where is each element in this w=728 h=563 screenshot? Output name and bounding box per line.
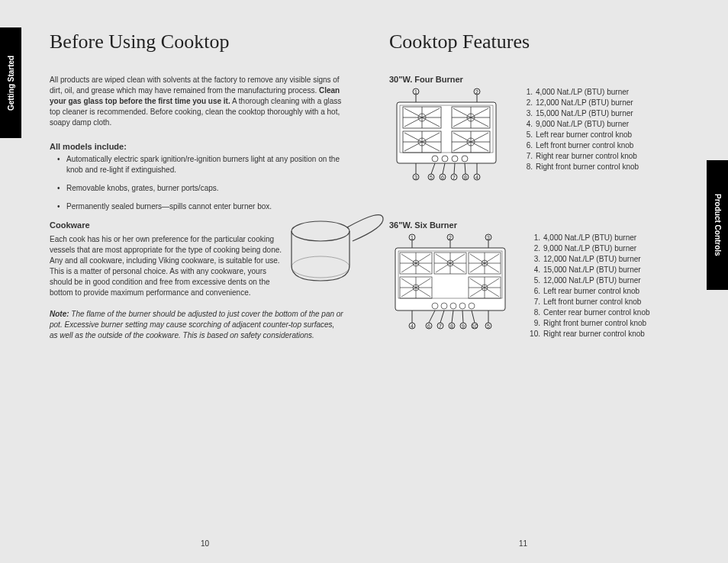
cookware-body: Each cook has his or her own preference … bbox=[50, 234, 286, 298]
svg-point-0 bbox=[292, 221, 350, 241]
svg-point-1 bbox=[292, 256, 350, 278]
legend-number: 9. bbox=[527, 318, 543, 329]
svg-text:4: 4 bbox=[411, 323, 414, 329]
svg-line-39 bbox=[465, 163, 465, 174]
legend-text: 4,000 Nat./LP (BTU) burner bbox=[536, 87, 629, 98]
page-numbers: 10 11 bbox=[0, 539, 728, 548]
legend-row: 2.9,000 Nat./LP (BTU) burner bbox=[527, 243, 650, 254]
legend-row: 4.15,000 Nat./LP (BTU) burner bbox=[527, 265, 650, 275]
six-burner-heading: 36"W. Six Burner bbox=[389, 220, 683, 230]
four-burner-section: 30"W. Four Burner 1 2 bbox=[389, 75, 683, 186]
svg-point-19 bbox=[442, 156, 448, 162]
left-page-number: 10 bbox=[0, 539, 364, 548]
legend-number: 3. bbox=[527, 254, 543, 265]
svg-text:7: 7 bbox=[439, 323, 442, 329]
legend-text: 4,000 Nat./LP (BTU) burner bbox=[543, 233, 636, 243]
svg-text:5: 5 bbox=[430, 175, 433, 180]
legend-row: 1.4,000 Nat./LP (BTU) burner bbox=[519, 87, 639, 98]
section-tab-getting-started: Getting Started bbox=[0, 27, 21, 138]
legend-number: 5. bbox=[527, 275, 543, 286]
svg-line-86 bbox=[472, 310, 475, 323]
svg-point-61 bbox=[432, 303, 438, 309]
svg-line-36 bbox=[431, 163, 435, 174]
svg-text:5: 5 bbox=[487, 323, 490, 329]
left-page: Before Using Cooktop All products are wi… bbox=[50, 31, 343, 374]
legend-text: Left rear burner control knob bbox=[536, 130, 632, 140]
cooktop-six-burner-diagram: 1 2 3 bbox=[389, 233, 511, 336]
svg-line-83 bbox=[440, 310, 444, 323]
svg-point-65 bbox=[469, 303, 475, 309]
svg-text:2: 2 bbox=[449, 235, 452, 240]
svg-line-82 bbox=[429, 310, 435, 323]
legend-number: 4. bbox=[527, 265, 543, 275]
legend-number: 10. bbox=[527, 329, 543, 339]
page-spread: Before Using Cooktop All products are wi… bbox=[0, 0, 728, 389]
legend-row: 4.9,000 Nat./LP (BTU) burner bbox=[519, 119, 639, 130]
legend-text: Left front burner control knob bbox=[543, 297, 641, 307]
svg-text:6: 6 bbox=[427, 323, 430, 329]
legend-text: 15,000 Nat./LP (BTU) burner bbox=[536, 108, 633, 119]
intro-paragraph: All products are wiped clean with solven… bbox=[50, 75, 343, 128]
legend-number: 6. bbox=[519, 140, 536, 151]
legend-text: 12,000 Nat./LP (BTU) burner bbox=[543, 254, 641, 265]
legend-text: Left rear burner control knob bbox=[543, 286, 639, 297]
legend-number: 8. bbox=[519, 162, 536, 172]
right-page-title: Cooktop Features bbox=[389, 31, 683, 53]
svg-text:7: 7 bbox=[453, 175, 456, 180]
legend-number: 3. bbox=[519, 108, 536, 119]
svg-text:2: 2 bbox=[475, 89, 478, 95]
svg-point-21 bbox=[462, 156, 468, 162]
svg-text:6: 6 bbox=[441, 175, 444, 180]
svg-text:1: 1 bbox=[414, 89, 417, 95]
legend-text: Right front burner control knob bbox=[543, 318, 646, 329]
svg-point-20 bbox=[452, 156, 458, 162]
svg-line-38 bbox=[454, 163, 455, 174]
legend-text: 12,000 Nat./LP (BTU) burner bbox=[543, 275, 641, 286]
legend-number: 4. bbox=[519, 119, 536, 130]
legend-row: 5.12,000 Nat./LP (BTU) burner bbox=[527, 275, 650, 286]
svg-point-64 bbox=[459, 303, 465, 309]
svg-line-85 bbox=[462, 310, 463, 323]
note-label: Note: bbox=[50, 310, 69, 318]
right-page-number: 11 bbox=[364, 539, 728, 548]
note-paragraph: Note: The flame of the burner should be … bbox=[50, 309, 343, 341]
legend-number: 1. bbox=[519, 87, 536, 98]
legend-row: 7.Right rear burner control knob bbox=[519, 151, 639, 162]
four-burner-heading: 30"W. Four Burner bbox=[389, 75, 683, 84]
svg-point-18 bbox=[432, 156, 438, 162]
legend-row: 3.12,000 Nat./LP (BTU) burner bbox=[527, 254, 650, 265]
left-page-title: Before Using Cooktop bbox=[50, 31, 343, 53]
right-page: Cooktop Features 30"W. Four Burner 1 2 bbox=[389, 31, 683, 374]
legend-text: Right front burner control knob bbox=[536, 162, 639, 172]
six-burner-section: 36"W. Six Burner 1 2 3 bbox=[389, 220, 683, 339]
note-body: The flame of the burner should be adjust… bbox=[50, 310, 343, 339]
legend-row: 8.Right front burner control knob bbox=[519, 162, 639, 172]
legend-number: 1. bbox=[527, 233, 543, 243]
cookware-section: Cookware Each cook has his or her own pr… bbox=[50, 220, 343, 298]
legend-number: 6. bbox=[527, 286, 543, 297]
legend-text: 15,000 Nat./LP (BTU) burner bbox=[543, 265, 641, 275]
legend-text: 9,000 Nat./LP (BTU) burner bbox=[536, 119, 629, 130]
all-models-heading: All models include: bbox=[50, 142, 343, 151]
legend-number: 2. bbox=[519, 98, 536, 108]
legend-number: 8. bbox=[527, 307, 543, 318]
legend-text: Right rear burner control knob bbox=[543, 329, 645, 339]
svg-rect-8 bbox=[397, 102, 496, 163]
svg-text:8: 8 bbox=[450, 323, 453, 329]
legend-row: 6.Left rear burner control knob bbox=[527, 286, 650, 297]
svg-line-84 bbox=[452, 310, 453, 323]
legend-text: 9,000 Nat./LP (BTU) burner bbox=[543, 243, 636, 254]
legend-number: 7. bbox=[519, 151, 536, 162]
legend-row: 9.Right front burner control knob bbox=[527, 318, 650, 329]
legend-row: 6.Left front burner control knob bbox=[519, 140, 639, 151]
legend-number: 2. bbox=[527, 243, 543, 254]
svg-text:8: 8 bbox=[464, 175, 467, 180]
legend-row: 1.4,000 Nat./LP (BTU) burner bbox=[527, 233, 650, 243]
intro-prefix: All products are wiped clean with solven… bbox=[50, 76, 340, 95]
svg-line-37 bbox=[443, 163, 445, 174]
svg-text:1: 1 bbox=[411, 235, 414, 240]
legend-row: 3.15,000 Nat./LP (BTU) burner bbox=[519, 108, 639, 119]
svg-text:10: 10 bbox=[472, 323, 478, 329]
legend-text: 12,000 Nat./LP (BTU) burner bbox=[536, 98, 633, 108]
svg-text:3: 3 bbox=[487, 235, 490, 240]
